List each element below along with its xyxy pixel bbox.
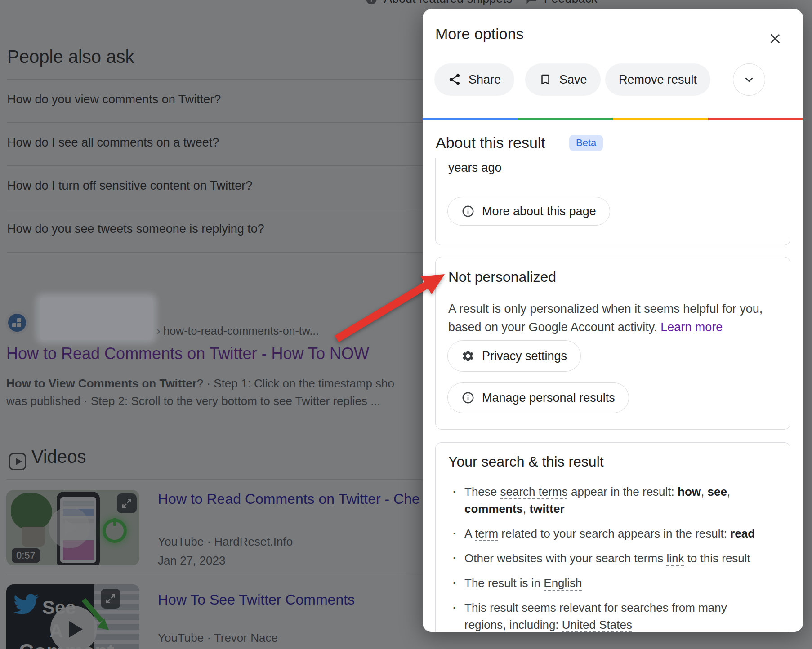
not-personalized-heading: Not personalized — [448, 269, 556, 285]
more-about-page-button[interactable]: More about this page — [447, 197, 610, 226]
bullet-text: read — [730, 527, 755, 540]
bullet-text: how — [678, 485, 701, 498]
google-serp-about-this-result: About featured snippets Feedback People … — [0, 0, 812, 649]
close-icon — [768, 31, 782, 46]
bullet-text: regions, including: — [464, 618, 562, 631]
chevron-down-icon — [742, 73, 756, 86]
scrolled-card-text: years ago — [448, 161, 502, 175]
result-explanation-list: These search terms appear in the result:… — [448, 483, 778, 632]
not-personalized-body: A result is only personalized when it se… — [448, 300, 781, 337]
defined-term[interactable]: search terms — [500, 485, 568, 498]
manage-personal-results-label: Manage personal results — [482, 391, 615, 405]
close-button[interactable] — [764, 28, 786, 49]
your-search-heading: Your search & this result — [448, 453, 604, 470]
remove-result-button[interactable]: Remove result — [605, 63, 710, 96]
more-options-dialog: More options Share Save Remove result Ab… — [423, 9, 803, 632]
more-actions-button[interactable] — [733, 63, 765, 96]
bullet-text: comments — [464, 502, 523, 516]
defined-term[interactable]: English — [544, 576, 582, 590]
bullet-text: , — [701, 485, 707, 498]
your-search-card: Your search & this result These search t… — [435, 442, 790, 632]
bullet-text: twitter — [530, 502, 565, 516]
info-icon — [461, 391, 475, 405]
defined-term[interactable]: link — [666, 551, 684, 565]
result-explanation-item: Other websites with your search terms li… — [448, 550, 778, 567]
result-explanation-item: These search terms appear in the result:… — [448, 483, 778, 517]
result-explanation-item: A term related to your search appears in… — [448, 525, 778, 542]
redacted-site-name — [40, 298, 153, 340]
bullet-text: The result is in — [464, 576, 544, 590]
defined-term[interactable]: United States — [562, 618, 632, 631]
manage-personal-results-button[interactable]: Manage personal results — [447, 382, 629, 413]
bullet-text: These — [464, 485, 500, 498]
privacy-settings-label: Privacy settings — [482, 349, 567, 363]
share-label: Share — [468, 73, 501, 87]
result-explanation-item: This result seems relevant for searches … — [448, 599, 778, 632]
bullet-text: , — [727, 485, 730, 498]
bullet-text: A — [464, 527, 475, 540]
bullet-text: This result seems relevant for searches … — [464, 601, 727, 614]
save-label: Save — [559, 73, 587, 87]
about-this-result-heading: About this result — [436, 134, 545, 151]
result-explanation-item: The result is in English — [448, 574, 778, 591]
info-icon — [461, 204, 475, 218]
bullet-text: to this result — [684, 551, 750, 565]
remove-result-label: Remove result — [619, 73, 697, 87]
privacy-settings-button[interactable]: Privacy settings — [447, 340, 581, 372]
bullet-text: see — [707, 485, 727, 498]
dialog-title: More options — [435, 25, 524, 43]
bullet-text: Other websites with your search terms — [464, 551, 666, 565]
save-button[interactable]: Save — [525, 63, 601, 96]
share-icon — [448, 73, 461, 86]
more-about-page-label: More about this page — [482, 204, 596, 218]
beta-badge: Beta — [569, 135, 603, 151]
body-line1: A result is only personalized when it se… — [448, 302, 763, 316]
bullet-text: related to your search appears in the re… — [498, 527, 730, 540]
learn-more-link[interactable]: Learn more — [660, 320, 723, 334]
google-color-bar — [423, 118, 803, 120]
gear-icon — [461, 349, 475, 363]
not-personalized-card: Not personalized A result is only person… — [435, 257, 790, 430]
bookmark-icon — [539, 73, 552, 86]
share-button[interactable]: Share — [434, 63, 514, 96]
body-line2: based on your Google Account activity. — [448, 320, 657, 334]
bullet-text: , — [523, 502, 529, 516]
bullet-text: appear in the result: — [568, 485, 678, 498]
about-result-card: years ago More about this page — [435, 158, 790, 245]
defined-term[interactable]: term — [475, 527, 498, 540]
